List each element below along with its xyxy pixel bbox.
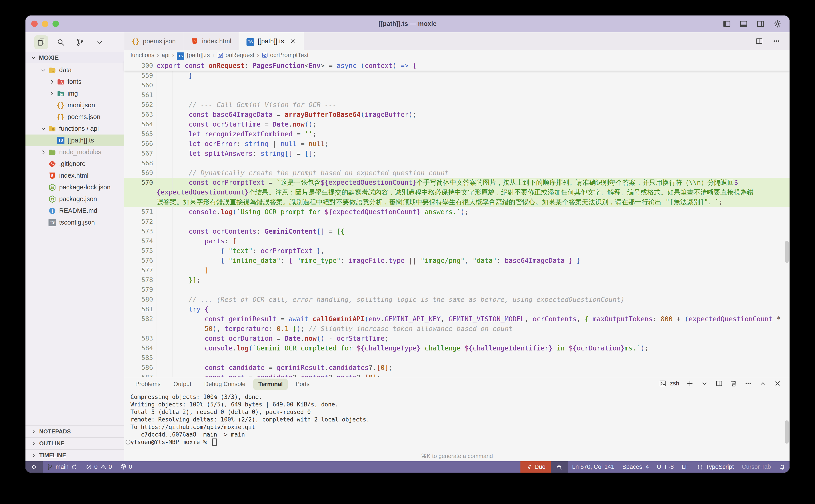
- tree-item-img[interactable]: ▣img: [25, 88, 124, 99]
- code-line-565[interactable]: 565 let recognizedTextCombined = '';: [124, 129, 790, 139]
- code-line-563[interactable]: 563 const base64ImageData = arrayBufferT…: [124, 110, 790, 119]
- panel-tab-terminal[interactable]: Terminal: [253, 379, 288, 390]
- layout-sidebar-right-icon[interactable]: [756, 19, 765, 29]
- tab-poems-json[interactable]: {}poems.json: [124, 32, 183, 50]
- trash-icon[interactable]: [730, 379, 738, 387]
- shell-label[interactable]: zsh: [670, 380, 679, 387]
- status-cursor-tab[interactable]: Cursor Tab: [738, 464, 775, 470]
- layout-sidebar-left-icon[interactable]: [722, 19, 732, 29]
- code-line-568[interactable]: 568: [124, 158, 790, 168]
- ellipsis-icon[interactable]: [772, 37, 781, 45]
- status-problems[interactable]: 00: [81, 464, 116, 470]
- code-line-566[interactable]: 566 let ocrError: string | null = null;: [124, 139, 790, 148]
- code-line-567[interactable]: 567 let splitAnswers: string[] = [];: [124, 148, 790, 158]
- code-line-569[interactable]: 569 // Dynamically create the prompt bas…: [124, 168, 790, 178]
- activity-search[interactable]: [54, 35, 67, 49]
- chevron-up-icon[interactable]: [759, 379, 767, 387]
- close-window-button[interactable]: [31, 21, 38, 27]
- chevron-down-icon[interactable]: [40, 66, 47, 74]
- code-line-583[interactable]: 583 const ocrDuration = Date.now() - ocr…: [124, 333, 790, 343]
- code-line-571[interactable]: 571 console.log(`Using OCR prompt for ${…: [124, 207, 790, 217]
- terminal-scrollbar[interactable]: [785, 420, 789, 444]
- split-editor-icon[interactable]: [755, 37, 763, 45]
- code-line-584[interactable]: 584 console.log(`Gemini OCR completed fo…: [124, 343, 790, 353]
- activity-source-control[interactable]: [73, 35, 87, 49]
- code-line-575[interactable]: 575 { "text": ocrPromptText },: [124, 246, 790, 256]
- tree-item--gitignore[interactable]: .gitignore: [25, 158, 124, 170]
- status-git-branch[interactable]: main: [43, 464, 81, 470]
- tree-item-fonts[interactable]: Afonts: [25, 76, 124, 88]
- editor-scrollbar[interactable]: [785, 241, 789, 263]
- tree-item-index-html[interactable]: 5index.html: [25, 170, 124, 181]
- ellipsis-icon[interactable]: [744, 379, 752, 387]
- tab-index-html[interactable]: 5index.html: [183, 32, 239, 50]
- tree-item-node-modules[interactable]: node_modules: [25, 146, 124, 158]
- tree-item-moni-json[interactable]: {}moni.json: [25, 99, 124, 111]
- code-line-577[interactable]: 577 ]: [124, 265, 790, 275]
- code-line-586[interactable]: 586 const candidate = geminiResult.candi…: [124, 363, 790, 372]
- sticky-scroll-line[interactable]: 300 export const onRequest: PagesFunctio…: [124, 60, 790, 71]
- status-notifications-bell[interactable]: [775, 464, 790, 470]
- close-icon[interactable]: [290, 38, 296, 44]
- chevron-right-icon[interactable]: [40, 148, 47, 156]
- status-ports-forwarded[interactable]: 0: [116, 464, 136, 470]
- tree-item-readme-md[interactable]: iREADME.md: [25, 205, 124, 217]
- panel-tab-problems[interactable]: Problems: [130, 379, 165, 390]
- status-remote-indicator[interactable]: [25, 461, 43, 473]
- code-line-582-1[interactable]: 582 const geminiResult = await callGemin…: [124, 314, 790, 324]
- zoom-window-button[interactable]: [52, 21, 59, 27]
- status-eol[interactable]: LF: [678, 464, 693, 470]
- panel-tab-debug-console[interactable]: Debug Console: [199, 379, 250, 390]
- code-line-582-2[interactable]: 50), temperature: 0.1 }); // Slightly in…: [124, 324, 790, 333]
- chevron-down-icon[interactable]: [701, 379, 709, 387]
- sidebar-section-notepads[interactable]: NOTEPADS: [25, 425, 124, 437]
- panel-tab-output[interactable]: Output: [168, 379, 196, 390]
- layout-panel-icon[interactable]: [739, 19, 748, 29]
- breadcrumb-functions[interactable]: functions: [130, 52, 154, 59]
- tree-item-data[interactable]: ≡data: [25, 64, 124, 76]
- status-zoom-indicator[interactable]: [551, 461, 568, 473]
- tab--path-ts[interactable]: TS[[path]].ts: [239, 32, 304, 50]
- terminal-prompt[interactable]: ylsuen@Yls-MBP moxie %: [130, 438, 790, 446]
- code-line-572[interactable]: 572: [124, 217, 790, 226]
- split-panel-icon[interactable]: [715, 379, 723, 387]
- breadcrumb-api[interactable]: api: [162, 52, 170, 59]
- plus-icon[interactable]: [686, 379, 694, 387]
- code-line-573[interactable]: 573 const ocrContents: GeminiContent[] =…: [124, 226, 790, 236]
- explorer-section-header[interactable]: MOXIE: [25, 52, 124, 63]
- code-line-570-2[interactable]: {expectedQuestionCount}个结果。注意：圖片是學生提交的默寫…: [124, 187, 790, 197]
- code-line-576[interactable]: 576 { "inline_data": { "mime_type": imag…: [124, 256, 790, 265]
- status-indentation[interactable]: Spaces: 4: [618, 464, 653, 470]
- code-line-562[interactable]: 562 // --- Call Gemini Vision for OCR --…: [124, 100, 790, 110]
- chevron-right-icon[interactable]: [48, 90, 56, 97]
- code-line-585[interactable]: 585: [124, 353, 790, 363]
- status-cursor-position[interactable]: Ln 570, Col 141: [568, 464, 618, 470]
- code-line-578[interactable]: 578 }];: [124, 275, 790, 285]
- code-line-564[interactable]: 564 const ocrStartTime = Date.now();: [124, 119, 790, 129]
- tree-item-package-json[interactable]: JSpackage.json: [25, 193, 124, 205]
- code-line-587[interactable]: 587 const part = candidate?.content?.par…: [124, 372, 790, 377]
- code-line-580[interactable]: 580 // ... (Rest of OCR call, error hand…: [124, 294, 790, 304]
- code-line-579[interactable]: 579: [124, 285, 790, 294]
- code-line-581[interactable]: 581 try {: [124, 304, 790, 314]
- panel-tab-ports[interactable]: Ports: [291, 379, 315, 390]
- terminal[interactable]: Compressing objects: 100% (3/3), done.Wr…: [124, 391, 790, 461]
- status-language-mode[interactable]: TypeScript: [693, 464, 738, 470]
- code-line-560[interactable]: 560: [124, 80, 790, 90]
- activity-explorer[interactable]: [34, 35, 48, 49]
- tree-item--path-ts[interactable]: TS[[path]].ts: [25, 135, 124, 146]
- code-line-561[interactable]: 561: [124, 90, 790, 100]
- code-line-559[interactable]: 559 }: [124, 71, 790, 80]
- breadcrumb--path-ts[interactable]: TS[[path]].ts: [177, 52, 210, 59]
- terminal-icon[interactable]: [659, 379, 667, 387]
- gear-icon[interactable]: [773, 19, 782, 29]
- chevron-right-icon[interactable]: [48, 78, 56, 86]
- tree-item-package-lock-json[interactable]: JSpackage-lock.json: [25, 181, 124, 193]
- tree-item-functions-api[interactable]: ⚙functions / api: [25, 123, 124, 135]
- chevron-down-icon[interactable]: [40, 125, 47, 133]
- code-line-570-3[interactable]: 誤答案。如果字形有錯誤直接視為錯誤答案。識別過程中絕對不要做語意分析，審閱預期中…: [124, 197, 790, 207]
- tree-item-tsconfig-json[interactable]: TStsconfig.json: [25, 217, 124, 228]
- status-duo-button[interactable]: Duo: [520, 461, 551, 473]
- sidebar-section-outline[interactable]: OUTLINE: [25, 437, 124, 449]
- activity-more-views[interactable]: [93, 35, 106, 49]
